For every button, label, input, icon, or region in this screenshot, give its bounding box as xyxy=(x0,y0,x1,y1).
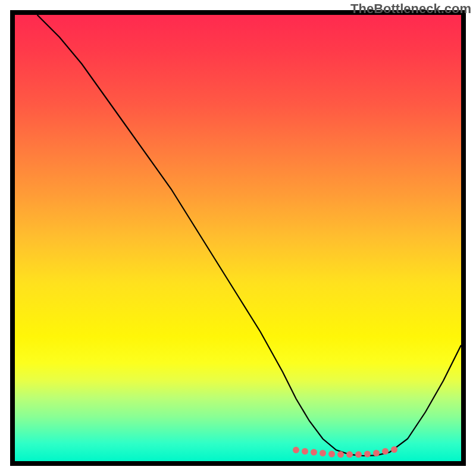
chart-container: TheBottleneck.com xyxy=(0,0,476,476)
plot-area xyxy=(15,15,461,461)
axis-border-left xyxy=(10,10,15,466)
axis-border-bottom xyxy=(10,461,466,466)
axis-border-right xyxy=(461,10,466,466)
watermark-label: TheBottleneck.com xyxy=(350,1,471,17)
